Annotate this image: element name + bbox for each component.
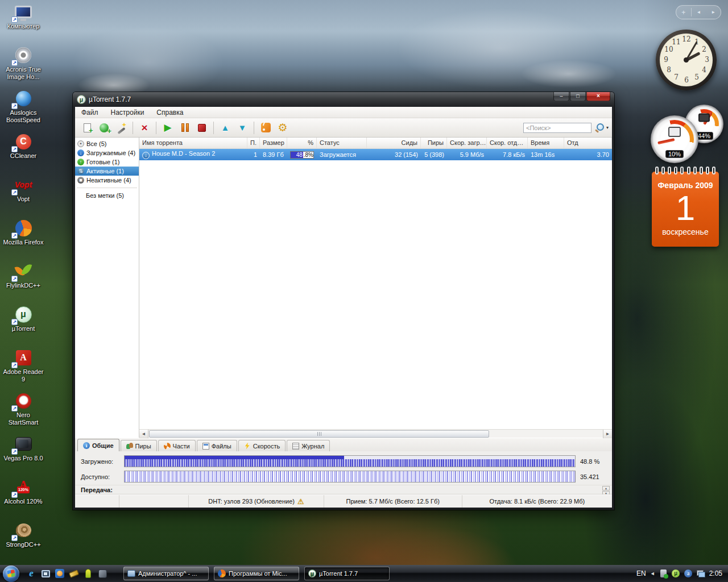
menu-file[interactable]: Файл xyxy=(75,107,105,118)
list-empty-area xyxy=(139,160,612,429)
ie-quicklaunch-icon[interactable]: e xyxy=(26,568,36,579)
media-player-icon[interactable] xyxy=(55,568,65,579)
desktop-icon-acronis[interactable]: ↗Acronis True Image Ho... xyxy=(1,44,46,88)
column-down-speed[interactable]: Скор. загр… xyxy=(447,138,487,148)
column-percent[interactable]: % xyxy=(287,138,317,148)
pause-button[interactable] xyxy=(176,120,193,136)
menu-settings[interactable]: Настройки xyxy=(105,107,151,118)
toolbar-separator xyxy=(156,122,156,134)
torrent-row[interactable]: ↓House M.D - Season 2 1 8.39 Гб 48.8% За… xyxy=(139,149,612,160)
desktop-icon-computer[interactable]: ↗Компьютер xyxy=(1,1,46,44)
desktop-icon-adobe-reader[interactable]: A↗Adobe Reader 9 xyxy=(1,347,46,390)
desktop-icon-auslogics[interactable]: ↗Auslogics BoostSpeed xyxy=(1,88,46,131)
show-desktop-icon[interactable] xyxy=(40,568,51,579)
desktop-icon-flylinkdc[interactable]: ↗FlylinkDC++ xyxy=(1,260,46,304)
gadget-controls: + ◄ ► xyxy=(676,5,721,19)
desktop-icon-nero[interactable]: ↗Nero StartSmart xyxy=(1,390,46,433)
desktop-icon-vopt[interactable]: Vopt↗Vopt xyxy=(1,174,46,217)
scrollbar-thumb[interactable] xyxy=(149,430,489,438)
tray-usb-icon[interactable] xyxy=(659,569,668,578)
column-up-speed[interactable]: Скор. отд… xyxy=(487,138,528,148)
rss-button[interactable] xyxy=(257,120,274,136)
sidebar-item-inactive[interactable]: ■Неактивные (4) xyxy=(75,176,139,185)
gadget-next-button[interactable]: ► xyxy=(706,10,721,15)
taskbar-button-explorer[interactable]: Администратор^ - ... xyxy=(123,567,209,580)
search-icon[interactable] xyxy=(594,123,604,133)
start-button[interactable] xyxy=(3,566,19,582)
tab-pieces[interactable]: Части xyxy=(158,440,196,451)
maximize-button[interactable]: □ xyxy=(570,92,586,101)
downloaded-pieces-bar xyxy=(124,455,576,467)
cpu-gauge-gadget[interactable]: 10% xyxy=(651,115,698,163)
tray-network-icon[interactable] xyxy=(697,569,705,578)
scroll-up-button[interactable]: ▲ xyxy=(602,486,610,490)
create-torrent-button[interactable] xyxy=(113,120,130,136)
move-down-button[interactable]: ▼ xyxy=(234,120,251,136)
sidebar-item-completed[interactable]: ↑Готовые (1) xyxy=(75,157,139,167)
search-input[interactable] xyxy=(523,123,592,133)
menu-bar: Файл Настройки Справка xyxy=(75,107,612,118)
calendar-gadget[interactable]: Февраль 2009 1 воскресенье xyxy=(652,172,719,247)
adobe-icon: A xyxy=(16,350,31,365)
sidebar-item-no-label[interactable]: Без метки (5) xyxy=(75,191,139,200)
nero-icon xyxy=(16,393,31,409)
torrent-status: Загружается xyxy=(317,151,367,158)
column-size[interactable]: Размер xyxy=(260,138,287,148)
taskbar-button-utorrent[interactable]: µµTorrent 1.7.7 xyxy=(304,567,390,580)
firefox-icon xyxy=(218,569,226,577)
tab-speed[interactable]: Скорость xyxy=(238,440,286,451)
column-status[interactable]: Статус xyxy=(317,138,367,148)
clock-gadget[interactable]: 12 1 2 3 4 5 6 7 8 9 10 11 xyxy=(656,30,717,90)
add-url-button[interactable]: + xyxy=(96,120,113,136)
preferences-button[interactable]: ⚙ xyxy=(274,120,291,136)
column-queue[interactable]: П. xyxy=(247,138,260,148)
quicklaunch-icon-5[interactable] xyxy=(83,568,93,579)
quicklaunch-icon-6[interactable] xyxy=(97,568,107,579)
desktop-icon-ccleaner[interactable]: C↗CCleaner xyxy=(1,131,46,174)
search-caret-icon[interactable]: ▾ xyxy=(606,125,609,130)
column-uploaded[interactable]: Отд xyxy=(564,138,612,148)
window-titlebar[interactable]: µ µTorrent 1.7.7 – □ × xyxy=(73,92,614,107)
torrent-status-icon: ↓ xyxy=(142,152,150,159)
add-file-icon: + xyxy=(84,123,91,132)
start-button[interactable]: ▶ xyxy=(159,120,176,136)
quicklaunch-icon-4[interactable] xyxy=(69,568,79,579)
remove-button[interactable]: × xyxy=(136,120,153,136)
desktop-icon-vegas-pro[interactable]: ↗Vegas Pro 8.0 xyxy=(1,433,46,476)
column-peers[interactable]: Пиры xyxy=(421,138,447,148)
tray-alcohol-icon[interactable]: a xyxy=(684,569,693,578)
tray-collapse-icon[interactable]: ◄ xyxy=(650,571,655,576)
stop-button[interactable] xyxy=(193,120,210,136)
clock-face: 12 1 2 3 4 5 6 7 8 9 10 11 xyxy=(660,34,713,86)
sidebar-item-all[interactable]: *Все (5) xyxy=(75,139,139,148)
close-button[interactable]: × xyxy=(586,92,610,101)
tab-log[interactable]: Журнал xyxy=(287,440,330,451)
column-seeds[interactable]: Сиды xyxy=(367,138,421,148)
taskbar-button-firefox[interactable]: Программы от Mic... xyxy=(214,567,299,580)
gadget-prev-button[interactable]: ◄ xyxy=(692,10,706,15)
sidebar-item-active[interactable]: ⇅Активные (1) xyxy=(75,167,139,176)
column-eta[interactable]: Время xyxy=(528,138,564,148)
tab-general[interactable]: iОбщие xyxy=(77,439,119,451)
tab-peers[interactable]: Пиры xyxy=(121,440,157,451)
desktop-icon-strongdc[interactable]: ↗StrongDC++ xyxy=(1,519,46,563)
desktop-icon-firefox[interactable]: ↗Mozilla Firefox xyxy=(1,217,46,260)
taskbar-clock[interactable]: 2:05 xyxy=(709,569,722,577)
scroll-down-button[interactable]: ▼ xyxy=(602,491,610,494)
sidebar-item-downloading[interactable]: ↓Загружаемые (4) xyxy=(75,148,139,157)
tray-utorrent-icon[interactable]: µ xyxy=(672,569,680,578)
column-name[interactable]: Имя торрента xyxy=(139,138,247,148)
menu-help[interactable]: Справка xyxy=(150,107,189,118)
language-indicator[interactable]: EN xyxy=(636,569,646,577)
scroll-left-button[interactable]: ◄ xyxy=(139,430,148,438)
add-gadget-button[interactable]: + xyxy=(676,9,691,16)
add-torrent-button[interactable]: + xyxy=(78,120,96,136)
desktop-icon-alcohol[interactable]: A120%↗Alcohol 120% xyxy=(1,476,46,519)
scroll-right-button[interactable]: ► xyxy=(603,430,612,438)
move-up-button[interactable]: ▲ xyxy=(217,120,234,136)
desktop-icon-utorrent[interactable]: µ↗µTorrent xyxy=(1,304,46,347)
chip-icon xyxy=(698,114,710,122)
status-spacer xyxy=(119,495,188,508)
minimize-button[interactable]: – xyxy=(553,92,569,101)
tab-files[interactable]: Файлы xyxy=(197,440,237,451)
